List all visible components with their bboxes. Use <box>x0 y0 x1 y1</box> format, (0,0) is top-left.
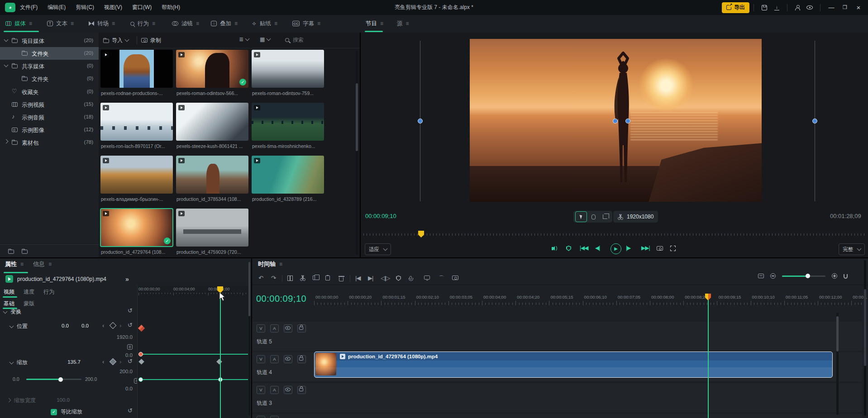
marker-icon[interactable] <box>396 276 401 281</box>
scale-keyframe-2[interactable] <box>216 359 222 365</box>
uniform-scale-reset-icon[interactable]: ↺ <box>128 407 133 414</box>
media-thumbnail[interactable]: ✓ <box>100 209 173 247</box>
expander-down-icon[interactable] <box>4 63 9 67</box>
snap-icon[interactable] <box>844 274 848 279</box>
position-reset-icon[interactable]: ↺ <box>128 322 133 328</box>
scale-max-column-value[interactable]: 200.0 <box>105 369 133 374</box>
media-thumbnail[interactable] <box>100 50 173 88</box>
video-toggle[interactable]: V <box>257 355 265 363</box>
media-item-2[interactable]: pexels-roman-odintsov-759... <box>252 50 325 100</box>
media-item-5[interactable]: pexels-tima-miroshnichenko... <box>252 103 325 153</box>
preview-scrub-bar[interactable] <box>361 230 868 241</box>
delete-icon[interactable] <box>339 277 343 281</box>
scale-collapse-icon[interactable] <box>10 360 14 364</box>
tab-options-icon[interactable]: ≡ <box>71 20 74 27</box>
tab-properties[interactable]: 属性 ≡ <box>5 260 24 268</box>
media-item-9[interactable]: ✓production_id_4729764 (108... <box>100 209 174 259</box>
properties-tab-0[interactable]: 视频 <box>4 288 14 296</box>
tab-options-icon[interactable]: ≡ <box>317 20 320 27</box>
position-link-icon[interactable]: 8 <box>127 344 133 350</box>
media-item-4[interactable]: pexels-steeze-kush-8061421 ... <box>176 103 249 153</box>
scale-add-keyframe-icon[interactable] <box>110 358 117 366</box>
quality-dropdown[interactable]: 完整 <box>839 243 865 255</box>
position-keyframe-marker[interactable] <box>138 325 145 332</box>
pointer-tool-button[interactable] <box>575 211 587 222</box>
prev-edit-icon[interactable]: |◀ <box>355 275 360 281</box>
sidebar-item-2[interactable]: 共享媒体(0) <box>0 60 99 72</box>
tab-transition[interactable]: 转场≡ <box>89 15 115 32</box>
media-thumbnail[interactable] <box>176 209 248 247</box>
menu-item-0[interactable]: 文件(F) <box>20 4 38 11</box>
mark-icon[interactable] <box>566 246 571 251</box>
position-prev-keyframe-icon[interactable]: ‹ <box>102 322 104 329</box>
redo-icon[interactable]: ↷ <box>271 275 276 281</box>
video-toggle[interactable]: V <box>257 416 265 418</box>
tab-media[interactable]: 媒体≡ <box>5 15 32 32</box>
snapshot-icon[interactable] <box>452 276 458 280</box>
play-icon[interactable]: ▶ <box>610 243 621 254</box>
lock-icon[interactable] <box>297 386 306 394</box>
lock-icon[interactable] <box>297 324 306 332</box>
transform-handle-left[interactable] <box>418 119 423 124</box>
tab-options-icon[interactable]: ≡ <box>152 20 155 27</box>
scale-keyframe-1[interactable] <box>138 359 144 365</box>
video-toggle[interactable]: V <box>257 386 265 394</box>
tab-overlay[interactable]: ☆叠加≡ <box>211 15 238 32</box>
position-height-value[interactable]: 0.0 <box>105 352 133 358</box>
menu-item-5[interactable]: 帮助(H) <box>162 4 180 11</box>
tab-text[interactable]: T文本≡ <box>47 15 74 32</box>
account-icon[interactable] <box>795 5 800 10</box>
sidebar-item-7[interactable]: 示例图像(12) <box>0 124 99 136</box>
prev-frame-icon[interactable]: ◀| <box>595 245 600 251</box>
sidebar-item-8[interactable]: 素材包(78) <box>0 136 99 149</box>
resolution-chip[interactable]: 1920x1080 <box>613 211 658 223</box>
cut-icon[interactable] <box>300 276 305 280</box>
sidebar-item-5[interactable]: 示例视频(15) <box>0 98 99 111</box>
video-toggle[interactable]: V <box>257 324 265 332</box>
voiceover-icon[interactable] <box>410 276 412 280</box>
transform-handle-right[interactable] <box>812 119 817 124</box>
media-thumbnail[interactable] <box>252 50 324 88</box>
new-folder-icon[interactable] <box>8 250 14 254</box>
volume-icon[interactable] <box>552 247 553 250</box>
scale-prev-keyframe-icon[interactable]: ‹ <box>102 358 104 365</box>
menu-item-1[interactable]: 编辑(E) <box>48 4 66 11</box>
fit-dropdown[interactable]: 适应 <box>365 243 391 255</box>
properties-menu-icon[interactable]: ≡ <box>20 261 24 267</box>
media-item-6[interactable]: pexels-владимир-брызгин-... <box>100 156 174 206</box>
transform-anchor[interactable] <box>613 119 618 124</box>
tab-options-icon[interactable]: ≡ <box>274 20 277 27</box>
snapshot-icon[interactable] <box>657 246 663 251</box>
tab-sticker[interactable]: ✧贴纸≡ <box>252 15 277 32</box>
expand-properties-icon[interactable]: » <box>125 276 129 283</box>
window-scrollbar[interactable] <box>864 260 866 416</box>
tab-options-icon[interactable]: ≡ <box>196 20 199 27</box>
lock-icon[interactable] <box>297 355 306 363</box>
export-button[interactable]: 导出 <box>722 2 749 13</box>
scale-min-column-value[interactable]: 0.0 <box>105 386 133 391</box>
copy-icon[interactable] <box>313 276 317 280</box>
section-transform[interactable]: 变换 <box>4 308 21 316</box>
expander-down-icon[interactable] <box>4 38 9 42</box>
program-menu-icon[interactable]: ≡ <box>380 20 383 27</box>
eye-icon[interactable] <box>284 324 292 332</box>
position-collapse-icon[interactable] <box>10 323 14 328</box>
timeline-zoom-knob[interactable] <box>806 274 810 278</box>
tab-filter[interactable]: 滤镜≡ <box>172 15 199 32</box>
tab-options-icon[interactable]: ≡ <box>112 20 115 27</box>
properties-subtab-1[interactable]: 蒙版 <box>24 300 34 308</box>
save-icon[interactable] <box>762 5 767 10</box>
scale-width-collapse-icon[interactable] <box>7 398 11 402</box>
properties-subtab-0[interactable]: 基础 <box>4 300 14 308</box>
source-menu-icon[interactable]: ≡ <box>406 20 409 27</box>
timeline-menu-icon[interactable]: ≡ <box>279 261 282 267</box>
sidebar-item-3[interactable]: 文件夹(0) <box>0 72 99 85</box>
scale-slider-knob[interactable] <box>58 377 63 382</box>
download-icon[interactable]: ↓ <box>774 5 779 10</box>
import-folder-icon[interactable] <box>22 250 28 254</box>
audio-toggle[interactable]: A <box>270 324 279 332</box>
view-button[interactable]: ▦ <box>260 36 270 43</box>
maximize-icon[interactable]: ❒ <box>838 5 852 10</box>
screen-record-icon[interactable] <box>424 276 430 280</box>
audio-toggle[interactable]: A <box>270 355 279 363</box>
